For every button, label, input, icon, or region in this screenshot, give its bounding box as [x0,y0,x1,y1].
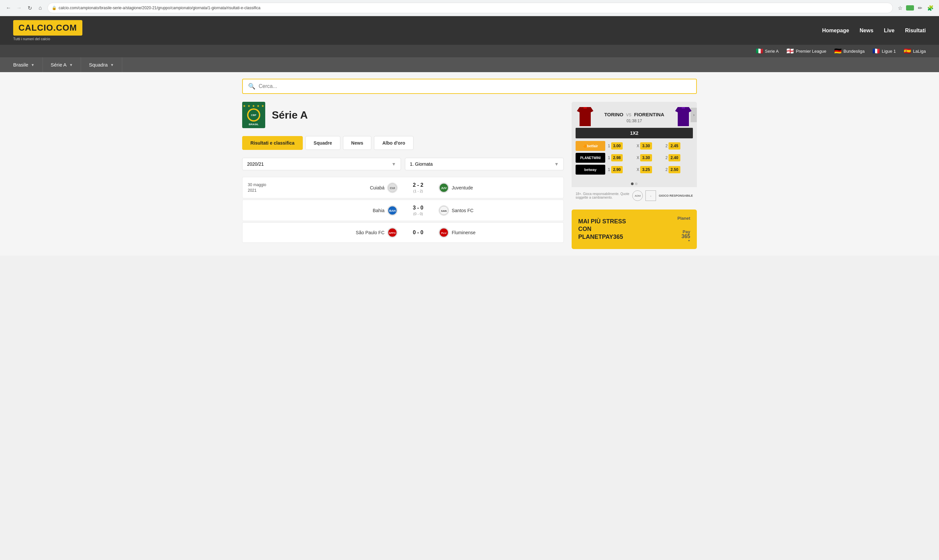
flag-england: 🏴󠁧󠁢󠁥󠁮󠁧󠁿 [787,48,794,55]
search-input[interactable] [259,83,691,89]
odds-val-2: 2 2.50 [665,166,693,173]
league-ligue1[interactable]: 🇫🇷 Ligue 1 [873,48,896,55]
widget-footer: 18+. Gioca responsabilmente. Quote sogge… [572,187,697,204]
table-row[interactable]: São Paulo FC SPFC 0 - 0 [242,222,564,243]
tab-squadre[interactable]: Squadre [305,136,340,150]
team1-name: TORINO [604,112,623,117]
away-team-name: Fluminense [452,230,476,235]
chevron-down-icon: ▼ [31,63,35,67]
vs-label: VS [626,113,631,117]
url-text: calcio.com/campionato/brasile-serie-a/st… [58,6,260,10]
betway-name: betway [584,168,596,172]
svg-marker-15 [682,107,685,109]
forward-button[interactable]: → [14,3,24,12]
svg-text:SAN: SAN [441,209,447,212]
dot [635,183,637,185]
planetwini-logo[interactable]: PLANETWINI [576,153,605,163]
round-value: 1. Giornata [410,162,433,167]
home-team-logo: SPFC [387,227,398,238]
league-laliga[interactable]: 🇪🇸 LaLiga [904,48,926,55]
match-score: 0 - 0 [402,229,434,236]
pencil-button[interactable]: ✏ [915,3,925,12]
home-team: Cuiabá CUI [278,183,398,193]
home-team-logo: BAH [387,205,398,216]
odds-num-2[interactable]: 2.45 [668,142,680,149]
widget-top-area: TORINO VS FIORENTINA 01:38:17 [572,102,697,128]
address-bar[interactable]: 🔒 calcio.com/campionato/brasile-serie-a/… [48,3,893,13]
ad-banner[interactable]: MAI PIÙ STRESS CON PLANETPAY365 Planet P… [572,209,697,249]
submenu-serie-a[interactable]: Série A ▼ [43,57,81,72]
nav-risultati[interactable]: Risultati [905,28,926,34]
tab-risultati[interactable]: Risultati e classifica [242,136,303,150]
submenu-brasile[interactable]: Brasile ▼ [13,57,43,72]
gioco-responsabile-label: GIOCO RESPONSABILE [659,194,693,198]
odds-num-x[interactable]: 3.30 [640,154,652,162]
brazil-circle-inner: CBF [248,110,259,120]
odds-val-2: 2 2.40 [665,154,693,162]
league-premier-league[interactable]: 🏴󠁧󠁢󠁥󠁮󠁧󠁿 Premier League [787,48,826,55]
betfair-logo[interactable]: 🔶 betfair [576,141,605,151]
planetwini-odds-row: PLANETWINI 1 2.98 X 3.30 [576,153,693,163]
odds-label-2: 2 [665,167,668,172]
odds-num-2[interactable]: 2.40 [668,154,680,162]
flag-germany: 🇩🇪 [834,48,842,55]
submenu-squadra-label: Squadra [89,62,108,68]
score-main: 2 - 2 [402,182,434,189]
refresh-button[interactable]: ↻ [25,3,34,12]
league-serie-a-label: Serie A [765,49,779,54]
lock-icon: 🔒 [52,6,57,10]
submenu-squadra[interactable]: Squadra ▼ [81,57,122,72]
home-team: Bahia BAH [278,205,398,216]
league-bundesliga-label: Bundesliga [844,49,865,54]
odds-num-1[interactable]: 2.90 [611,166,623,173]
table-row[interactable]: Bahia BAH 3 - 0 (0 - 0) [242,200,564,221]
tab-albo[interactable]: Albo d'oro [374,136,413,150]
nav-news[interactable]: News [860,28,873,34]
betfair-odds-row: 🔶 betfair 1 3.00 X 3.30 [576,141,693,151]
odds-widget: TORINO VS FIORENTINA 01:38:17 [572,102,697,204]
odds-num-x[interactable]: 3.25 [640,166,652,173]
home-button[interactable]: ⌂ [35,3,45,12]
site-logo[interactable]: CALCIO.COM [13,20,82,35]
back-button[interactable]: ← [4,3,13,12]
round-selector[interactable]: 1. Giornata ▼ [405,158,564,170]
content-main: ★ ★ ★ ★ ★ CBF BRASIL Série A Risultati e… [242,102,564,249]
planetwini-name: PLANETWINI [580,156,600,160]
table-row[interactable]: 30 maggio 2021 Cuiabá CUI 2 - 2 [242,177,564,198]
svg-text:SPFC: SPFC [389,232,396,235]
search-bar[interactable]: 🔍 [242,79,697,94]
odds-label-1: 1 [608,144,610,148]
odds-num-1[interactable]: 2.98 [611,154,623,162]
odds-val-1: 1 2.90 [608,166,635,173]
tab-news[interactable]: News [343,136,372,150]
odds-num-2[interactable]: 2.50 [668,166,680,173]
away-team-logo: SAN [439,205,449,216]
brazil-stars: ★ ★ ★ ★ ★ [243,104,264,108]
home-team: São Paulo FC SPFC [278,227,398,238]
bookmark-star-button[interactable]: ☆ [896,3,905,12]
main-nav: Homepage News Live Risultati [822,28,926,34]
home-team-name: Cuiabá [370,185,385,191]
betway-odds-values: 1 2.90 X 3.25 2 2.50 [608,166,693,173]
nav-homepage[interactable]: Homepage [822,28,849,34]
away-team: SAN Santos FC [439,205,558,216]
planetwini-odds-values: 1 2.98 X 3.30 2 2.40 [608,154,693,162]
betway-logo[interactable]: betway [576,165,605,175]
league-serie-a[interactable]: 🇮🇹 Serie A [756,48,779,55]
widget-match-title: TORINO VS FIORENTINA [596,112,673,117]
odds-val-2: 2 2.45 [665,142,693,149]
odds-num-1[interactable]: 3.00 [611,142,623,149]
odds-label-x: X [637,167,639,172]
league-bundesliga[interactable]: 🇩🇪 Bundesliga [834,48,865,55]
adm-diamond-icon: ⬦ [645,191,656,201]
season-selector[interactable]: 2020/21 ▼ [242,158,401,170]
matches-list: 30 maggio 2021 Cuiabá CUI 2 - 2 [242,177,564,243]
odds-num-x[interactable]: 3.30 [640,142,652,149]
betfair-odds-values: 1 3.00 X 3.30 2 2.45 [608,142,693,149]
flag-spain: 🇪🇸 [904,48,911,55]
extension-button[interactable] [906,5,914,11]
extensions-puzzle-button[interactable]: 🧩 [926,3,935,12]
nav-live[interactable]: Live [884,28,894,34]
svg-text:FLU: FLU [441,232,446,235]
away-team-logo: JUV [439,183,449,193]
